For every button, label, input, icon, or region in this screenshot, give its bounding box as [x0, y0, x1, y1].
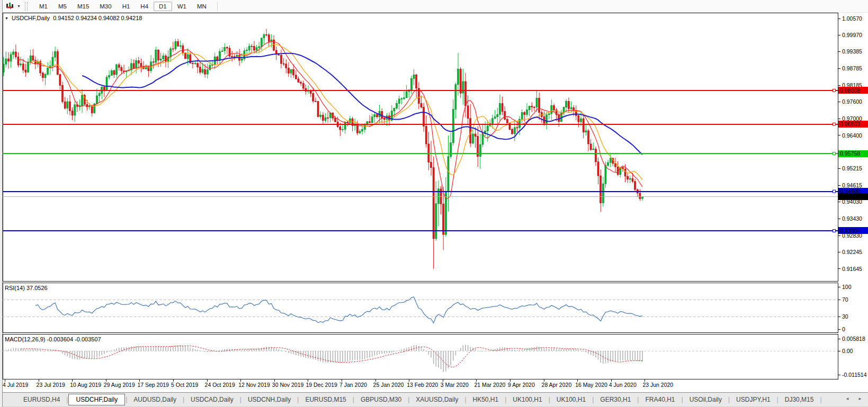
price-label-boxes: 0.980080.968030.957580.944080.930040.942… — [838, 87, 868, 234]
tab-scroll-right-icon[interactable]: ► — [854, 396, 866, 401]
tab-scroll-left-icon[interactable]: ◄ — [842, 396, 853, 401]
tab-usdcnh-daily[interactable]: USDCNH,Daily — [242, 394, 297, 405]
macd-histogram-bar — [485, 351, 486, 351]
macd-histogram-bar — [445, 351, 446, 372]
macd-histogram-bar — [3, 350, 4, 351]
date-axis-label: 4 Jul 2019 — [3, 382, 29, 388]
macd-histogram-bar — [168, 347, 169, 351]
macd-histogram-bar — [33, 349, 34, 351]
macd-axis-label: 0.00 — [842, 348, 853, 354]
macd-histogram-bar — [438, 351, 439, 368]
date-axis-label: 17 Sep 2019 — [137, 382, 169, 388]
macd-histogram-bar — [1, 351, 2, 351]
tab-fra40-h1[interactable]: FRA40,H1 — [639, 394, 681, 405]
macd-histogram-bar — [389, 351, 390, 353]
macd-histogram-bar — [418, 346, 419, 351]
date-axis-label: 9 Apr 2020 — [508, 382, 535, 388]
main-chart-panel[interactable] — [3, 13, 838, 282]
macd-histogram-bar — [490, 350, 491, 351]
rsi-axis-label: 100 — [842, 284, 852, 290]
macd-histogram-bar — [249, 349, 250, 351]
macd-histogram-bar — [463, 345, 464, 351]
tab-usdjpy-h1[interactable]: USDJPY,H1 — [730, 394, 776, 405]
tab-eurusd-h4[interactable]: EURUSD,H4 — [17, 394, 66, 405]
macd-histogram-bar — [283, 351, 284, 351]
macd-histogram-bar — [522, 349, 523, 351]
macd-histogram-bar — [114, 349, 115, 351]
macd-histogram-bar — [583, 351, 584, 351]
time-axis[interactable]: 4 Jul 201923 Jul 201910 Aug 201929 Aug 2… — [3, 379, 673, 388]
macd-histogram-bar — [15, 348, 16, 351]
macd-histogram-bar — [431, 351, 432, 357]
macd-histogram-bar — [269, 347, 270, 351]
tab-usdchf-daily[interactable]: USDCHF,Daily — [68, 394, 125, 405]
macd-histogram-bar — [477, 351, 478, 351]
macd-histogram-bar — [264, 347, 265, 351]
macd-histogram-bar — [96, 351, 97, 357]
hline-handle — [833, 123, 836, 125]
macd-histogram-bar — [285, 351, 287, 352]
date-axis-label: 29 Aug 2019 — [104, 382, 135, 388]
macd-histogram-bar — [637, 351, 638, 361]
tab-uk100-h1[interactable]: UK100,H1 — [551, 394, 592, 405]
macd-histogram-bar — [480, 351, 481, 351]
macd-histogram-bar — [212, 351, 213, 352]
tab-gbpusd-m30[interactable]: GBPUSD,M30 — [355, 394, 407, 405]
macd-histogram-bar — [308, 351, 309, 358]
macd-histogram-bar — [347, 351, 348, 361]
macd-histogram-bar — [426, 351, 427, 351]
macd-histogram-bar — [136, 346, 137, 351]
tab-hk50-h1[interactable]: HK50,H1 — [467, 394, 505, 405]
hline-handle — [833, 229, 836, 232]
price-axis-label: 0.99970 — [842, 32, 862, 38]
tab-audusd-daily[interactable]: AUDUSD,Daily — [128, 394, 182, 405]
macd-histogram-bar — [411, 346, 412, 351]
macd-histogram-bar — [187, 347, 189, 351]
macd-histogram-bar — [414, 345, 415, 351]
tab-eurusd-m15[interactable]: EURUSD,M15 — [299, 394, 352, 405]
macd-histogram-bar — [146, 347, 147, 351]
tab-ger30-h1[interactable]: GER30,H1 — [594, 394, 637, 405]
macd-indicator-label: MACD(12,26,9) -0.003604 -0.003507 — [5, 336, 101, 342]
macd-histogram-bar — [183, 346, 184, 351]
macd-histogram-bar — [507, 348, 508, 351]
macd-histogram-bar — [185, 346, 186, 351]
macd-panel[interactable] — [3, 334, 838, 379]
chart-canvas[interactable]: 1.005700.999700.993850.987850.981850.976… — [0, 0, 868, 392]
macd-histogram-bar — [30, 349, 31, 351]
macd-histogram-bar — [207, 351, 208, 352]
tab-dj30-m15[interactable]: DJ30,M15 — [779, 394, 820, 405]
macd-histogram-bar — [423, 349, 424, 351]
rsi-indicator-label: RSI(14) 37.0526 — [5, 285, 48, 291]
macd-axis-label: 0.005818 — [842, 336, 865, 342]
macd-histogram-bar — [632, 351, 633, 360]
macd-histogram-bar — [561, 349, 562, 351]
date-axis-label: 24 Oct 2019 — [205, 382, 235, 388]
macd-histogram-bar — [293, 351, 294, 354]
macd-histogram-bar — [394, 351, 395, 352]
macd-histogram-bar — [590, 351, 592, 355]
macd-histogram-bar — [482, 351, 484, 351]
macd-histogram-bar — [428, 351, 429, 355]
macd-histogram-bar — [195, 349, 196, 351]
macd-histogram-bar — [40, 350, 41, 351]
macd-histogram-bar — [455, 351, 457, 356]
macd-histogram-bar — [35, 349, 36, 351]
tab-uk100-h1[interactable]: UK100,H1 — [507, 394, 548, 405]
macd-histogram-bar — [377, 351, 378, 355]
macd-histogram-bar — [642, 351, 643, 362]
macd-histogram-bar — [354, 351, 355, 360]
macd-histogram-bar — [47, 351, 48, 351]
date-axis-label: 21 Mar 2020 — [474, 382, 505, 388]
macd-histogram-bar — [549, 349, 550, 351]
macd-histogram-bar — [613, 351, 614, 361]
rsi-panel[interactable] — [3, 283, 838, 333]
macd-histogram-bar — [62, 351, 63, 354]
macd-histogram-bar — [160, 346, 162, 351]
macd-histogram-bar — [300, 351, 301, 356]
tab-xauusd-daily[interactable]: XAUUSD,Daily — [410, 394, 464, 405]
macd-histogram-bar — [580, 350, 581, 351]
tab-usoil-daily[interactable]: USOil,Daily — [684, 394, 728, 405]
macd-histogram-bar — [79, 351, 80, 359]
tab-usdcad-daily[interactable]: USDCAD,Daily — [185, 394, 239, 405]
